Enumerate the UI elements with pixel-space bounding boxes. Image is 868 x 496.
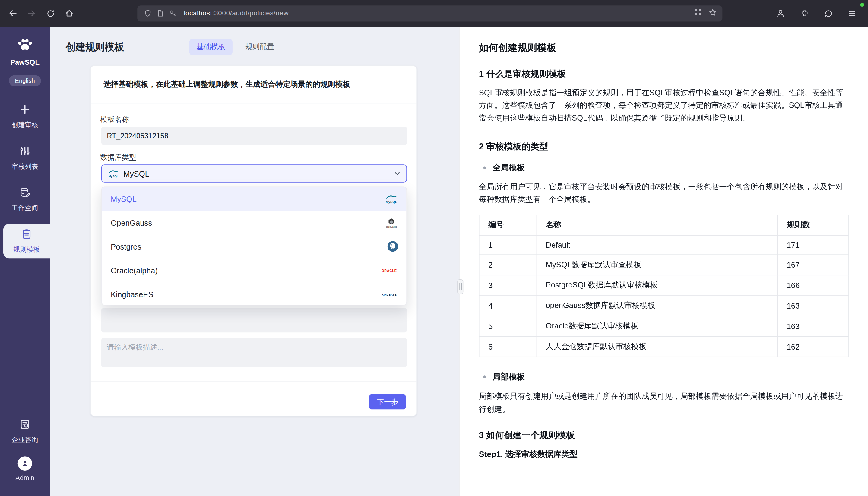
- browser-toolbar: localhost:3000/audit/policies/new: [0, 0, 868, 27]
- table-row: 1 Default 171: [479, 235, 848, 254]
- help-section1-heading: 1 什么是审核规则模板: [479, 69, 848, 80]
- global-template-bullet: 全局模板: [479, 162, 848, 173]
- help-section3-heading: 3 如何创建一个规则模板: [479, 430, 848, 441]
- table-row: 6 人大金仓数据库默认审核模板 162: [479, 336, 848, 357]
- page-info-icon[interactable]: [156, 9, 164, 17]
- sidebar-item-label: 企业咨询: [12, 435, 38, 445]
- col-header-rule-count: 规则数: [778, 215, 848, 235]
- url-path: :3000/audit/policies/new: [212, 9, 289, 17]
- address-bar[interactable]: localhost:3000/audit/policies/new: [137, 5, 722, 21]
- tab-rule-config[interactable]: 规则配置: [238, 38, 281, 55]
- enterprise-consult-icon: [19, 419, 30, 432]
- refresh-icon[interactable]: [42, 5, 59, 22]
- bullet-dot-icon: [483, 166, 486, 169]
- bullet-dot-icon: [483, 375, 486, 378]
- sidebar-item-label: 创建审核: [12, 120, 38, 129]
- key-icon[interactable]: [169, 9, 177, 17]
- svg-text:MySQL: MySQL: [386, 200, 397, 204]
- global-template-text: 全局所有用户可见，它是审核平台安装时会预设的审核模板，一般包括一个包含所有规则的…: [479, 180, 848, 205]
- menu-hamburger-icon[interactable]: [843, 5, 860, 22]
- dropdown-option-oracle[interactable]: Oracle(alpha) ORACLE: [102, 258, 406, 282]
- home-icon[interactable]: [61, 5, 77, 22]
- shield-icon[interactable]: [144, 9, 152, 17]
- db-type-select[interactable]: MySQL MySQL: [101, 164, 407, 183]
- extensions-puzzle-icon[interactable]: [796, 5, 812, 22]
- table-row: 4 openGauss数据库默认审核模板 163: [479, 296, 848, 316]
- admin-avatar: [18, 456, 32, 471]
- back-icon[interactable]: [4, 5, 21, 22]
- forward-icon[interactable]: [23, 5, 40, 22]
- table-row: 5 Oracle数据库默认审核模板 163: [479, 316, 848, 337]
- db-type-dropdown: MySQL MySQL OpenGauss openGauss Postgres: [101, 187, 407, 306]
- local-template-text: 局部模板只有创建用户或是创建用户所在的团队成员可见，局部模板需要依据全局模板或用…: [479, 390, 848, 415]
- table-row: 2 MySQL数据库默认审查模板 167: [479, 254, 848, 275]
- url-text[interactable]: localhost:3000/audit/policies/new: [184, 9, 289, 17]
- opengauss-logo-icon: openGauss: [384, 217, 399, 228]
- dropdown-option-postgres[interactable]: Postgres: [102, 234, 406, 258]
- card-header-text: 选择基础模板，在此基础上调整规则参数，生成适合特定场景的的规则模板: [91, 66, 416, 103]
- template-name-label: 模板名称: [100, 114, 129, 124]
- sidebar: PawSQL English 创建审核 审核列表: [0, 27, 50, 496]
- workspace-icon: [19, 187, 30, 200]
- dropdown-option-kingbasees[interactable]: KingbaseES KINGBASE: [102, 282, 406, 305]
- help-panel: 如何创建规则模板 1 什么是审核规则模板 SQL审核规则模板是指一组预定义的规则…: [459, 27, 868, 496]
- postgres-logo-icon: [387, 241, 399, 252]
- dropdown-option-mysql[interactable]: MySQL MySQL: [102, 187, 406, 211]
- table-header-row: 编号 名称 规则数: [479, 215, 848, 235]
- chevron-down-icon: [393, 170, 401, 177]
- language-toggle-button[interactable]: English: [9, 75, 41, 87]
- svg-text:KINGBASE: KINGBASE: [382, 293, 396, 296]
- bookmark-star-icon[interactable]: [708, 8, 717, 19]
- step-tabs: 基础模板 规则配置: [190, 38, 281, 55]
- page-title: 创建规则模板: [66, 41, 124, 53]
- sidebar-item-label: 工作空间: [12, 203, 38, 213]
- audit-list-icon: [19, 145, 30, 158]
- tab-basic-template[interactable]: 基础模板: [190, 38, 233, 55]
- sidebar-item-label: Admin: [15, 474, 34, 482]
- col-header-name: 名称: [537, 215, 778, 235]
- svg-text:openGauss: openGauss: [386, 226, 397, 228]
- mysql-logo-icon: MySQL: [384, 193, 399, 205]
- local-template-bullet: 局部模板: [479, 372, 848, 382]
- svg-text:MySQL: MySQL: [108, 174, 119, 178]
- dropdown-option-opengauss[interactable]: OpenGauss openGauss: [102, 211, 406, 234]
- status-indicator-dot: [860, 3, 864, 6]
- panel-resize-handle[interactable]: [457, 279, 463, 294]
- template-description-textarea[interactable]: [101, 338, 407, 367]
- template-name-input[interactable]: [101, 127, 407, 145]
- rule-template-icon: [21, 228, 32, 242]
- sidebar-item-admin[interactable]: Admin: [0, 452, 50, 486]
- help-section1-text: SQL审核规则模板是指一组预定义的规则，用于在SQL审核过程中检查SQL语句的合…: [479, 86, 848, 124]
- table-row: 3 PostgreSQL数据库默认审核模板 166: [479, 275, 848, 296]
- sidebar-item-workspace[interactable]: 工作空间: [0, 183, 50, 217]
- kingbase-logo-icon: KINGBASE: [380, 291, 399, 297]
- account-icon[interactable]: [773, 5, 789, 22]
- scan-grid-icon[interactable]: [694, 9, 702, 18]
- sidebar-item-enterprise-consult[interactable]: 企业咨询: [0, 414, 50, 449]
- sidebar-item-label: 审核列表: [12, 162, 38, 171]
- oracle-logo-icon: ORACLE: [380, 267, 399, 274]
- mysql-logo-icon: MySQL: [107, 168, 119, 179]
- pawsql-paw-logo-icon: [17, 38, 33, 54]
- template-table: 编号 名称 规则数 1 Default 171 2 MySQL数据库默认审查模板…: [479, 215, 849, 357]
- sidebar-item-audit-list[interactable]: 审核列表: [0, 141, 50, 175]
- db-type-value: MySQL: [123, 169, 149, 178]
- card-footer-divider: [91, 382, 416, 382]
- help-title: 如何创建规则模板: [479, 41, 848, 54]
- main-content: 创建规则模板 基础模板 规则配置 选择基础模板，在此基础上调整规则参数，生成适合…: [50, 27, 459, 496]
- plus-icon: [19, 104, 30, 117]
- history-icon[interactable]: [820, 5, 836, 22]
- create-template-card: 选择基础模板，在此基础上调整规则参数，生成适合特定场景的的规则模板 模板名称 数…: [90, 65, 417, 417]
- brand-name: PawSQL: [10, 58, 40, 66]
- url-host: localhost: [184, 9, 212, 17]
- sidebar-item-rule-template[interactable]: 规则模板: [3, 224, 50, 258]
- svg-text:ORACLE: ORACLE: [381, 268, 397, 272]
- next-step-button[interactable]: 下一步: [369, 394, 406, 409]
- help-section2-heading: 2 审核模板的类型: [479, 141, 848, 153]
- col-header-id: 编号: [479, 215, 537, 235]
- step1-text: Step1. 选择审核数据库类型: [479, 449, 848, 460]
- sidebar-item-create-audit[interactable]: 创建审核: [0, 99, 50, 134]
- db-type-label: 数据库类型: [100, 153, 136, 163]
- sidebar-item-label: 规则模板: [13, 245, 40, 254]
- base-template-field[interactable]: [101, 308, 407, 332]
